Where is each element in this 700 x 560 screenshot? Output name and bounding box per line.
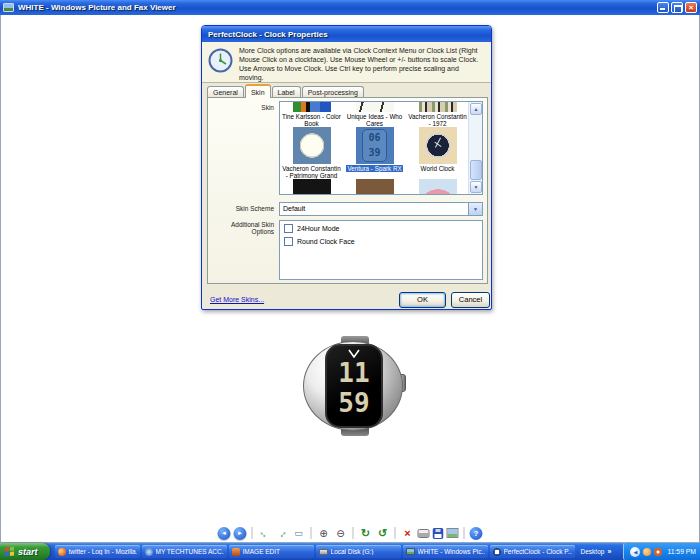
tab-skin[interactable]: Skin (245, 84, 271, 98)
watch-hours: 11 (338, 358, 369, 388)
taskbar-item-techtunes[interactable]: MY TECHTUNES ACC... (142, 545, 227, 558)
skin-item-label[interactable]: Tine Karlsson - Color Book (280, 113, 343, 127)
scroll-down-icon[interactable]: ▼ (470, 181, 482, 193)
watch-face: 11 59 (325, 344, 383, 428)
picture-viewer-icon (3, 3, 14, 12)
taskbar: start twitter - Log In - Mozilla... MY T… (0, 543, 700, 560)
zoom-in-icon[interactable]: ⊕ (317, 526, 331, 540)
watch-minutes: 59 (338, 388, 369, 418)
taskbar-buttons: twitter - Log In - Mozilla... MY TECHTUN… (55, 545, 575, 558)
save-icon[interactable] (433, 528, 444, 539)
print-icon[interactable] (418, 529, 430, 538)
skin-item-label[interactable]: World Clock (420, 165, 456, 172)
ok-button[interactable]: OK (399, 292, 446, 308)
skin-thumbnail-1972[interactable] (419, 101, 457, 112)
checkbox-label: 24Hour Mode (297, 225, 339, 232)
start-button-label: start (18, 547, 38, 557)
image-editor-icon (232, 548, 240, 556)
skin-item[interactable]: Vacheron Constantin - 1972 (406, 101, 469, 127)
taskbar-item-picture-viewer[interactable]: WHITE - Windows Pic... (403, 545, 488, 558)
toolbar-separator (252, 527, 253, 539)
skin-list-label: Skin (236, 104, 274, 111)
skin-thumbnail-partial-1[interactable] (293, 179, 331, 195)
firefox-icon (58, 548, 66, 556)
option-round-face[interactable]: Round Clock Face (284, 237, 478, 246)
skin-scheme-label: Skin Scheme (208, 205, 274, 212)
hide-icons-chevron-icon[interactable]: ◀ (630, 547, 640, 557)
skin-item-label-selected[interactable]: Ventura - Spark RX (346, 165, 402, 172)
skin-item-selected[interactable]: 06 39 Ventura - Spark RX (343, 127, 406, 179)
taskbar-item-label: twitter - Log In - Mozilla... (69, 548, 137, 555)
skin-list[interactable]: Tine Karlsson - Color Book Unique Ideas … (279, 101, 483, 195)
taskbar-item-label: WHITE - Windows Pic... (418, 548, 485, 555)
taskbar-item-local-disk[interactable]: Local Disk (G:) (316, 545, 401, 558)
scrollbar-thumb[interactable] (470, 160, 482, 180)
taskbar-item-label: MY TECHTUNES ACC... (156, 548, 224, 555)
checkbox-24hour[interactable] (284, 224, 293, 233)
ventura-logo-icon (348, 349, 360, 358)
skin-thumbnail-partial-3[interactable] (419, 179, 457, 195)
option-24hour[interactable]: 24Hour Mode (284, 224, 478, 233)
maximize-button[interactable] (671, 2, 683, 13)
dialog-title: PerfectClock - Clock Properties (208, 30, 328, 39)
skin-item-label[interactable]: Unique Ideas - Who Cares (343, 113, 406, 127)
clock-icon (493, 548, 501, 556)
taskbar-item-firefox[interactable]: twitter - Log In - Mozilla... (55, 545, 140, 558)
skin-list-scrollbar[interactable]: ▲ ▼ (468, 102, 482, 194)
dialog-tabs: General Skin Label Post-processing (207, 84, 365, 98)
viewer-toolbar: ◄►↔↔▭⊕⊖↻↺×? (218, 525, 483, 541)
toolbar-separator (353, 527, 354, 539)
checkbox-round-face[interactable] (284, 237, 293, 246)
dialog-titlebar[interactable]: PerfectClock - Clock Properties (202, 26, 491, 42)
slideshow-icon[interactable]: ▭ (292, 526, 306, 540)
skin-thumbnail-ventura[interactable]: 06 39 (356, 127, 394, 164)
clock-widget[interactable]: 11 59 (303, 336, 407, 436)
drive-icon (319, 549, 328, 555)
skin-thumbnail-who-cares[interactable] (356, 101, 394, 112)
tray-app-icon-1[interactable] (643, 548, 651, 556)
picture-icon (406, 548, 415, 555)
minimize-button[interactable] (657, 2, 669, 13)
skin-thumbnail-color-book[interactable] (293, 101, 331, 112)
next-image-icon[interactable]: ► (234, 527, 247, 540)
zoom-out-icon[interactable]: ⊖ (334, 526, 348, 540)
perfectclock-dialog: PerfectClock - Clock Properties More Clo… (201, 25, 492, 310)
toolbar-separator (464, 527, 465, 539)
toolbar-separator (395, 527, 396, 539)
help-icon[interactable]: ? (470, 527, 483, 540)
skin-item[interactable]: Unique Ideas - Who Cares (343, 101, 406, 127)
skin-thumbnail-partial-2[interactable] (356, 179, 394, 195)
desktop-toolbar[interactable]: Desktop » (581, 548, 612, 555)
dialog-info-panel: More Clock options are available via Clo… (202, 42, 491, 83)
chevron-down-icon[interactable]: ▼ (468, 203, 482, 215)
start-button[interactable]: start (0, 543, 50, 560)
get-more-skins-link[interactable]: Get More Skins... (210, 296, 264, 303)
skin-item[interactable]: World Clock (406, 127, 469, 179)
skin-thumbnail-world-clock[interactable] (419, 127, 457, 164)
actual-size-icon[interactable]: ↔ (272, 523, 292, 543)
rotate-counterclockwise-icon[interactable]: ↺ (376, 526, 390, 540)
tray-clock[interactable]: 11:59 PM (667, 548, 696, 555)
edit-image-icon[interactable] (447, 528, 459, 538)
skin-item-label[interactable]: Vacheron Constantin - 1972 (406, 113, 469, 127)
skin-item[interactable]: Tine Karlsson - Color Book (280, 101, 343, 127)
taskbar-item-perfectclock[interactable]: PerfectClock - Clock P... (490, 545, 575, 558)
skin-item[interactable]: Vacheron Constantin - Patrimony Grand (280, 127, 343, 179)
taskbar-item-image-edit[interactable]: IMAGE EDIT (229, 545, 314, 558)
ie-icon (145, 548, 153, 556)
skin-scheme-select[interactable]: Default ▼ (279, 202, 483, 216)
delete-icon[interactable]: × (401, 526, 415, 540)
cancel-button[interactable]: Cancel (451, 292, 490, 308)
close-button[interactable]: × (685, 2, 697, 13)
skin-item-label[interactable]: Vacheron Constantin - Patrimony Grand (280, 165, 343, 179)
taskbar-item-label: PerfectClock - Clock P... (504, 548, 572, 555)
taskbar-item-label: IMAGE EDIT (243, 548, 281, 555)
chevron-right-icon[interactable]: » (607, 548, 611, 555)
tray-app-icon-2[interactable] (654, 548, 662, 556)
previous-image-icon[interactable]: ◄ (218, 527, 231, 540)
rotate-clockwise-icon[interactable]: ↻ (359, 526, 373, 540)
scroll-up-icon[interactable]: ▲ (470, 103, 482, 115)
skin-thumbnail-patrimony[interactable] (293, 127, 331, 164)
window-titlebar[interactable]: WHITE - Windows Picture and Fax Viewer × (0, 0, 700, 15)
system-tray: ◀ 11:59 PM (623, 543, 700, 560)
